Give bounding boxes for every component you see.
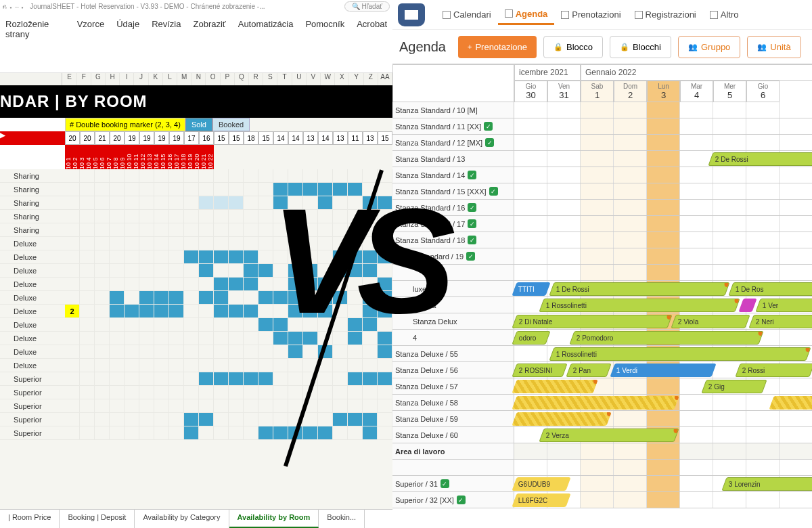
grid-cell[interactable] (288, 291, 303, 305)
slot-cell[interactable] (647, 248, 680, 264)
avail-cell[interactable]: 13 (363, 131, 378, 145)
grid-cell[interactable] (199, 399, 214, 413)
grid-cell[interactable] (214, 426, 229, 440)
grid-cell[interactable] (244, 250, 258, 264)
booking-bar[interactable]: 3 Lorenzin (721, 477, 812, 491)
grid-cell[interactable] (363, 372, 378, 386)
grid-cell[interactable] (214, 359, 229, 372)
grid-cell[interactable] (65, 223, 80, 237)
slot-cell[interactable] (581, 265, 614, 280)
grid-cell[interactable] (244, 264, 258, 278)
slot-cell[interactable] (614, 216, 647, 232)
slot-cell[interactable] (647, 232, 680, 248)
nav-calendari[interactable]: Calendari (436, 5, 498, 25)
data-row[interactable]: Superior (0, 426, 392, 440)
grid-cell[interactable] (258, 413, 273, 426)
room-row[interactable]: Stanza Deluxe / 551 Rossolinetti (392, 346, 812, 362)
room-row[interactable] (392, 265, 812, 281)
grid-cell[interactable] (125, 426, 139, 440)
grid-cell[interactable] (139, 305, 154, 318)
avail-cell[interactable]: 13 (333, 131, 348, 145)
grid-cell[interactable] (65, 372, 80, 386)
room-num-cell[interactable]: 10 21 (200, 145, 207, 169)
grid-cell[interactable] (110, 332, 125, 345)
grid-cell[interactable] (199, 291, 214, 305)
data-row[interactable]: Deluxe (0, 250, 392, 264)
grid-cell[interactable] (303, 183, 318, 196)
grid-cell[interactable] (95, 210, 110, 223)
data-row[interactable]: Superior (0, 399, 392, 413)
grid-cell[interactable] (378, 359, 392, 372)
grid-cell[interactable] (80, 183, 95, 196)
grid-cell[interactable] (258, 305, 273, 318)
grid-cell[interactable] (110, 386, 125, 399)
grid-cell[interactable] (214, 372, 229, 386)
grid-cell[interactable] (65, 332, 80, 345)
room-num-cell[interactable]: 10 16 (166, 145, 173, 169)
grid-cell[interactable] (303, 332, 318, 345)
slot-cell[interactable] (647, 200, 680, 215)
booking-bar[interactable] (512, 412, 611, 426)
grid-cell[interactable] (199, 426, 214, 440)
avail-cell[interactable]: 11 (348, 131, 363, 145)
room-num-cell[interactable]: 10 8 (112, 145, 119, 169)
room-num-cell[interactable]: 10 17 (173, 145, 180, 169)
grid-cell[interactable] (139, 318, 154, 332)
grid-cell[interactable] (258, 237, 273, 250)
grid-cell[interactable] (169, 169, 184, 183)
grid-cell[interactable] (378, 332, 392, 345)
grid-cell[interactable] (65, 250, 80, 264)
col-header[interactable]: I (120, 73, 134, 85)
grid-cell[interactable] (125, 183, 139, 196)
grid-cell[interactable] (199, 318, 214, 332)
grid-cell[interactable] (363, 196, 378, 210)
grid-cell[interactable] (80, 169, 95, 183)
grid-cell[interactable] (244, 305, 258, 318)
grid-cell[interactable] (244, 372, 258, 386)
grid-cell[interactable] (303, 399, 318, 413)
grid-cell[interactable] (333, 345, 348, 359)
grid-cell[interactable] (363, 399, 378, 413)
grid-cell[interactable] (333, 223, 348, 237)
btn-blocco[interactable]: 🔒Blocco (543, 36, 603, 58)
slot-cell[interactable] (746, 443, 780, 459)
grid-cell[interactable] (229, 223, 244, 237)
grid-cell[interactable] (229, 318, 244, 332)
grid-cell[interactable] (303, 169, 318, 183)
grid-cell[interactable] (139, 223, 154, 237)
grid-cell[interactable] (214, 332, 229, 345)
grid-cell[interactable] (303, 210, 318, 223)
grid-cell[interactable] (80, 210, 95, 223)
grid-cell[interactable] (258, 386, 273, 399)
slot-cell[interactable] (581, 183, 614, 199)
grid-cell[interactable] (214, 237, 229, 250)
grid-cell[interactable] (378, 278, 392, 291)
grid-cell[interactable] (169, 223, 184, 237)
grid-cell[interactable] (80, 223, 95, 237)
grid-cell[interactable] (154, 169, 169, 183)
grid-cell[interactable] (318, 399, 333, 413)
grid-cell[interactable] (95, 169, 110, 183)
grid-cell[interactable] (139, 169, 154, 183)
grid-cell[interactable] (244, 291, 258, 305)
grid-cell[interactable] (65, 291, 80, 305)
grid-cell[interactable] (258, 426, 273, 440)
room-row[interactable]: Superior / 32 [XX]✓LL6FG2C (392, 492, 812, 508)
day-header[interactable]: Gio6 (746, 81, 780, 102)
grid-cell[interactable] (199, 413, 214, 426)
room-num-cell[interactable]: 10 1 (65, 145, 72, 169)
grid-cell[interactable] (229, 386, 244, 399)
grid-cell[interactable] (139, 332, 154, 345)
slot-cell[interactable] (581, 167, 614, 183)
grid-cell[interactable] (273, 305, 288, 318)
room-num-cell[interactable]: 10 5 (92, 145, 99, 169)
grid-cell[interactable] (333, 183, 348, 196)
slot-cell[interactable] (680, 411, 713, 426)
data-row[interactable]: Sharing (0, 169, 392, 183)
slot-cell[interactable] (547, 167, 581, 183)
slot-cell[interactable] (581, 118, 614, 134)
grid-cell[interactable] (184, 210, 199, 223)
nav-altro[interactable]: Altro (703, 5, 746, 25)
grid-cell[interactable] (169, 250, 184, 264)
grid-cell[interactable] (139, 399, 154, 413)
